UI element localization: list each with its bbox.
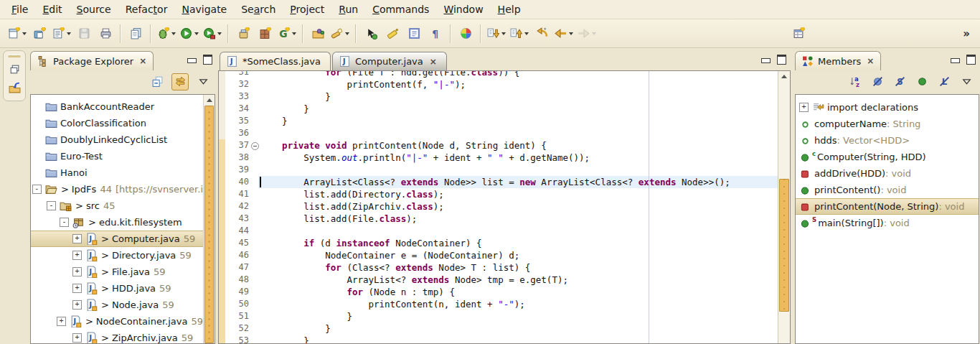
menu-run[interactable]: Run (331, 0, 365, 19)
expander-icon[interactable]: + (72, 267, 82, 276)
scroll-up-arrow[interactable] (204, 95, 215, 105)
editor-tab-computer-java[interactable]: JComputer.java× (332, 52, 447, 70)
expander-icon[interactable]: + (72, 251, 82, 260)
tab-members[interactable]: Members × (795, 51, 881, 70)
tree-item-nodecontainer-java[interactable]: +J>NodeContainer.java59 (31, 313, 215, 330)
scrollbar-thumb[interactable] (204, 106, 214, 343)
fold-collapse-icon[interactable] (251, 142, 259, 150)
forward-button[interactable] (576, 24, 598, 44)
code-text[interactable]: for (File f : hdd.get(File.class)) { pri… (260, 70, 778, 344)
tree-item-hdd-java[interactable]: +J>HDD.java59 (31, 280, 215, 297)
previous-annotation-button[interactable] (509, 24, 530, 44)
hide-nonpublic-button[interactable] (914, 74, 930, 90)
tree-item-ziparchiv-java[interactable]: +J>ZipArchiv.java59 (31, 330, 215, 344)
member-item-computername[interactable]: computerName : String (796, 116, 979, 132)
next-annotation-button[interactable] (486, 24, 507, 44)
menu-file[interactable]: File (4, 0, 35, 19)
maximize-button[interactable] (203, 55, 212, 65)
tree-item-file-java[interactable]: +J>File.java59 (31, 264, 215, 280)
member-item-printcontent-node-string-[interactable]: printContent(Node, String) : void (796, 198, 979, 215)
editor-scrollbar[interactable] (778, 71, 790, 343)
code-editor[interactable]: 3132333435363738394041424344454647484950… (218, 70, 791, 344)
new-class-button[interactable] (29, 24, 50, 44)
dropdown-arrow-icon[interactable] (22, 32, 27, 35)
close-icon[interactable]: × (867, 57, 874, 65)
view-menu-button[interactable] (958, 74, 974, 90)
dropdown-arrow-icon[interactable] (171, 32, 176, 35)
new-file-button[interactable] (51, 24, 72, 44)
collapse-all-button[interactable] (149, 74, 165, 90)
save-button[interactable] (74, 24, 94, 44)
tree-scrollbar[interactable] (203, 95, 215, 343)
expander-icon[interactable]: - (47, 201, 56, 210)
menu-source[interactable]: Source (70, 0, 118, 19)
minimize-button[interactable] (187, 58, 197, 63)
restore-view-button[interactable] (6, 62, 22, 76)
dropdown-arrow-icon[interactable] (292, 32, 296, 35)
menu-search[interactable]: Search (234, 0, 283, 19)
menu-edit[interactable]: Edit (35, 0, 69, 19)
back-button[interactable] (553, 24, 575, 44)
menu-navigate[interactable]: Navigate (174, 0, 234, 19)
hide-static-button[interactable]: S (892, 74, 908, 90)
run-external-tools-button[interactable] (202, 24, 223, 44)
dropdown-arrow-icon[interactable] (501, 32, 506, 35)
new-wizard-button[interactable] (6, 24, 28, 44)
open-view-button[interactable] (788, 24, 809, 44)
open-resource-button[interactable] (308, 24, 328, 44)
sort-members-button[interactable]: az (847, 74, 863, 90)
color-theme-button[interactable] (456, 24, 476, 44)
close-icon[interactable]: × (139, 57, 146, 65)
tree-item-doublylinkedcycliclist[interactable]: DoublyLinkedCyclicList (31, 131, 215, 148)
tree-item-hanoi[interactable]: Hanoi (31, 164, 215, 181)
tree-item-edu-kit-filesystem[interactable]: ->edu.kit.filesystem (31, 214, 215, 231)
member-item-main-string-[interactable]: Smain(String[]) : void (796, 215, 979, 231)
dropdown-arrow-icon[interactable] (67, 32, 71, 35)
members-list[interactable]: +import declarationscomputerName : Strin… (795, 94, 979, 344)
toolbar-overflow-button[interactable]: » (958, 27, 974, 40)
expander-icon[interactable]: + (72, 234, 82, 243)
mark-occurrences-button[interactable] (382, 24, 402, 44)
tree-item-computer-java[interactable]: +J>Computer.java59 (31, 231, 215, 247)
member-item-hdds[interactable]: hdds : Vector<HDD> (796, 132, 979, 149)
expander-icon[interactable]: + (72, 284, 82, 293)
dropdown-arrow-icon[interactable] (524, 32, 529, 35)
expander-icon[interactable]: - (32, 185, 42, 194)
show-selected-element-button[interactable] (361, 24, 381, 44)
print-button[interactable] (95, 24, 116, 44)
tree-item-colorclassification[interactable]: ColorClassification (31, 115, 215, 131)
scroll-up-arrow[interactable] (778, 71, 790, 81)
new-module-button[interactable] (255, 24, 275, 44)
expander-icon[interactable]: - (60, 218, 69, 227)
menu-help[interactable]: Help (491, 0, 528, 19)
expander-icon[interactable]: + (72, 333, 82, 343)
build-button[interactable] (126, 24, 146, 44)
tree-item-node-java[interactable]: +J>Node.java59 (31, 297, 215, 313)
expander-icon[interactable]: + (57, 317, 66, 326)
tree-item-euro-test[interactable]: Euro-Test (31, 148, 215, 164)
tree-item-bankaccountreader[interactable]: BankAccountReader (31, 98, 215, 115)
show-source-button[interactable] (404, 24, 424, 44)
dropdown-arrow-icon[interactable] (345, 32, 349, 35)
open-perspective-button[interactable] (6, 81, 22, 95)
member-item-import-declarations[interactable]: +import declarations (796, 99, 979, 116)
member-item-computer-string-hdd-[interactable]: cComputer(String, HDD) (796, 149, 979, 165)
dropdown-arrow-icon[interactable] (592, 32, 596, 35)
member-item-adddrive-hdd-[interactable]: addDrive(HDD) : void (796, 165, 979, 182)
menu-refactor[interactable]: Refactor (118, 0, 175, 19)
member-item-printcontent-[interactable]: printContent() : void (796, 182, 979, 198)
debug-button[interactable] (156, 24, 177, 44)
menu-window[interactable]: Window (436, 0, 490, 19)
maximize-button[interactable] (777, 55, 786, 65)
export-jar-button[interactable] (233, 24, 253, 44)
minimize-button[interactable] (951, 58, 960, 63)
minimize-button[interactable] (761, 58, 771, 63)
close-icon[interactable]: × (430, 58, 437, 65)
show-whitespace-button[interactable]: ¶ (425, 24, 446, 44)
menu-commands[interactable]: Commands (365, 0, 436, 19)
editor-tab--someclass-java[interactable]: J*SomeClass.java (220, 52, 331, 70)
menu-project[interactable]: Project (283, 0, 331, 19)
scrollbar-thumb[interactable] (779, 179, 789, 312)
search-button[interactable] (329, 24, 351, 44)
dropdown-arrow-icon[interactable] (217, 32, 222, 35)
